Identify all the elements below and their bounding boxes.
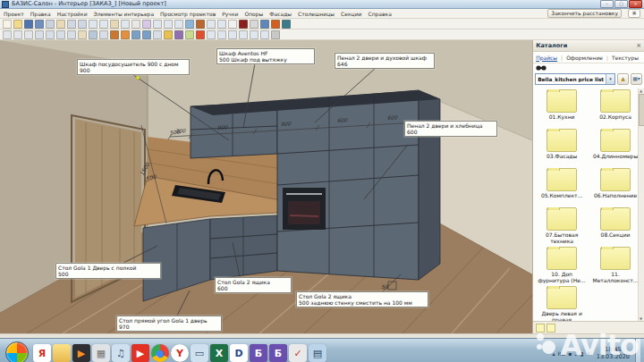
yandex-browser-icon[interactable]: Я bbox=[33, 344, 51, 362]
rotate-icon[interactable] bbox=[217, 30, 226, 39]
save-icon[interactable] bbox=[24, 20, 33, 29]
catalog-folder[interactable]: 03.Фасады bbox=[535, 129, 589, 165]
menu-item[interactable]: Столешницы bbox=[298, 11, 335, 17]
folder-up-button[interactable]: ▲ bbox=[617, 73, 629, 85]
image-icon[interactable] bbox=[185, 20, 194, 29]
taskbar-clock[interactable]: 18:45 13.03.2020 bbox=[594, 346, 632, 360]
paste-icon[interactable] bbox=[110, 20, 119, 29]
minimize-button[interactable]: – bbox=[600, 0, 614, 8]
catalog-folder[interactable]: 06.Наполнение bbox=[589, 168, 642, 205]
view-front-icon[interactable] bbox=[56, 30, 65, 39]
menu-item[interactable]: Правка bbox=[30, 11, 51, 17]
camera-icon[interactable] bbox=[153, 30, 162, 39]
frame-icon[interactable] bbox=[228, 20, 237, 29]
undo-icon[interactable] bbox=[67, 20, 76, 29]
recent-item-icon[interactable] bbox=[547, 324, 555, 333]
zoom-out-icon[interactable] bbox=[13, 30, 22, 39]
annotation-corner-base-cabinet[interactable]: Стол прямой угол Gola 1 дверь970 bbox=[116, 316, 222, 332]
show-desktop-button[interactable] bbox=[635, 339, 640, 362]
word-doc-icon[interactable]: D bbox=[230, 344, 248, 362]
finish-arrangement-button[interactable]: Закончить расстановку bbox=[547, 9, 622, 18]
excel-icon[interactable]: X bbox=[210, 344, 228, 362]
menu-item[interactable]: Элементы интерьера bbox=[94, 11, 155, 17]
annotation-breadbin-tall-cabinet[interactable]: Пенал 2 двери и хлебница600 bbox=[404, 121, 497, 137]
chrome-icon[interactable]: ● bbox=[151, 344, 169, 362]
menu-item[interactable]: Проект bbox=[4, 11, 24, 17]
catalog-folder[interactable]: Дверь левая и правая bbox=[535, 286, 589, 321]
panel-scrollbar[interactable]: ▲▼ bbox=[638, 88, 644, 321]
percent-icon[interactable] bbox=[131, 20, 140, 29]
print-icon[interactable] bbox=[46, 20, 55, 29]
recent-item-icon[interactable] bbox=[536, 324, 545, 333]
menu-item[interactable]: Ручки bbox=[222, 11, 238, 17]
title-bar[interactable]: БАЗИС-Салон - Интерьер [ЗАКАЗ_] [Новый п… bbox=[0, 0, 644, 9]
zoom-in-icon[interactable] bbox=[3, 30, 12, 39]
columns-icon[interactable] bbox=[260, 20, 269, 29]
panel-close-icon[interactable]: × bbox=[636, 42, 641, 49]
shade-icon[interactable] bbox=[110, 30, 119, 39]
start-button[interactable] bbox=[5, 341, 29, 362]
app-gray-icon[interactable]: ▦ bbox=[92, 344, 110, 362]
catalog-folder[interactable]: 08.Секции bbox=[589, 207, 642, 244]
annotation-base-2-drawers-600[interactable]: Стол Gola 2 ящика600 bbox=[215, 277, 292, 293]
delete-icon[interactable] bbox=[174, 20, 183, 29]
zoom-window-icon[interactable] bbox=[24, 30, 33, 39]
grid-icon[interactable] bbox=[89, 30, 97, 39]
catalog-folder[interactable]: 07.Бытовая техника bbox=[535, 207, 589, 244]
search-binoculars-icon[interactable] bbox=[536, 64, 547, 72]
render-icon[interactable] bbox=[121, 30, 130, 39]
language-indicator[interactable]: RU bbox=[558, 350, 566, 357]
record-icon[interactable] bbox=[239, 20, 248, 29]
tab-textures[interactable]: Текстуры bbox=[612, 55, 639, 61]
youtube-icon[interactable]: ▶ bbox=[131, 344, 149, 362]
volume-tray-icon[interactable]: ♪ bbox=[574, 350, 578, 357]
texture-icon[interactable] bbox=[196, 20, 205, 29]
library-icon[interactable] bbox=[142, 20, 151, 29]
catalog-folder[interactable]: 04.Длинномеры bbox=[589, 129, 642, 165]
menu-item[interactable]: Справка bbox=[368, 11, 391, 17]
menu-item[interactable]: Секции bbox=[341, 11, 361, 17]
menu-item[interactable]: Опоры bbox=[244, 11, 263, 17]
catalog-folder[interactable]: 02.Корпуса bbox=[589, 89, 642, 126]
wireframe-icon[interactable] bbox=[99, 30, 108, 39]
price-list-combobox[interactable]: Bella_kitchen price list ▾ bbox=[535, 73, 615, 85]
view-iso-icon[interactable] bbox=[78, 30, 87, 39]
view-top-icon[interactable] bbox=[67, 30, 76, 39]
edit-icon[interactable] bbox=[260, 30, 269, 39]
media-player-icon[interactable]: ▶ bbox=[72, 344, 90, 362]
apps-icon[interactable] bbox=[196, 30, 205, 39]
list-icon[interactable] bbox=[153, 20, 162, 29]
copy-icon[interactable] bbox=[99, 20, 108, 29]
save-all-icon[interactable] bbox=[35, 20, 44, 29]
monitor-icon[interactable] bbox=[131, 30, 140, 39]
sum-icon[interactable] bbox=[207, 20, 216, 29]
catalog-folder[interactable]: 10. Доп фурнитура (Не... bbox=[535, 247, 589, 283]
bazis-active-icon[interactable]: ▤ bbox=[309, 344, 326, 362]
base-cabinet-drawers[interactable] bbox=[210, 215, 277, 280]
annotation-base-door-shelf[interactable]: Стол Gola 1 Дверь с полкой500 bbox=[55, 263, 161, 279]
catalog-folder[interactable]: 05.Комплект... bbox=[535, 168, 589, 205]
tab-decoration[interactable]: Оформление bbox=[566, 55, 603, 61]
annotation-oven-tall-cabinet[interactable]: Пенал 2 двери и духовой шкаф646 bbox=[335, 53, 435, 69]
explorer-folder-icon[interactable] bbox=[53, 344, 71, 362]
open-icon[interactable] bbox=[13, 20, 22, 29]
hidden-icons-icon[interactable]: ▴ bbox=[553, 350, 555, 357]
bazis-mebelschik-icon[interactable]: Б bbox=[250, 344, 267, 362]
link-icon[interactable] bbox=[250, 20, 258, 29]
refresh-icon[interactable] bbox=[164, 20, 173, 29]
bazis-salon-icon[interactable]: Б bbox=[269, 344, 287, 362]
view-mode-button[interactable]: ▦▾ bbox=[631, 73, 642, 85]
measure-icon[interactable] bbox=[250, 30, 258, 39]
move-icon[interactable] bbox=[207, 30, 216, 39]
material-icon[interactable] bbox=[174, 30, 183, 39]
leader-handle[interactable] bbox=[136, 76, 140, 80]
light-icon[interactable] bbox=[164, 30, 173, 39]
sound-icon[interactable] bbox=[271, 20, 280, 29]
panel-toggle-icon[interactable]: ▣ bbox=[628, 9, 640, 18]
cut-icon[interactable] bbox=[89, 20, 97, 29]
yandex-icon[interactable]: Y bbox=[171, 344, 189, 362]
close-button[interactable]: × bbox=[629, 0, 642, 8]
home-icon[interactable] bbox=[56, 20, 65, 29]
annotation-dish-dryer-cabinet[interactable]: Шкаф посудосушитель 900 с дном900 bbox=[77, 59, 190, 75]
display-settings-icon[interactable]: ▭ bbox=[191, 344, 208, 362]
